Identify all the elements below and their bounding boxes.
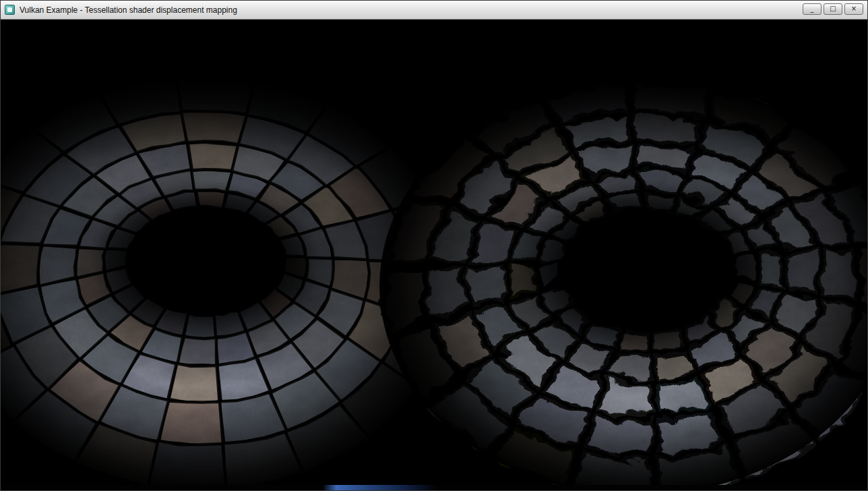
minimize-button[interactable]: _ <box>803 3 822 15</box>
window-title: Vulkan Example - Tessellation shader dis… <box>20 5 237 15</box>
taskbar-button-glow <box>323 485 436 491</box>
taskbar-peek[interactable] <box>1 485 867 491</box>
render-viewport[interactable] <box>1 20 867 485</box>
maximize-button[interactable]: □ <box>824 3 842 15</box>
titlebar[interactable]: Vulkan Example - Tessellation shader dis… <box>1 1 867 20</box>
close-button[interactable]: × <box>844 3 863 15</box>
app-window: Vulkan Example - Tessellation shader dis… <box>0 0 868 491</box>
window-controls: _ □ × <box>803 3 863 15</box>
window-icon <box>5 5 15 15</box>
